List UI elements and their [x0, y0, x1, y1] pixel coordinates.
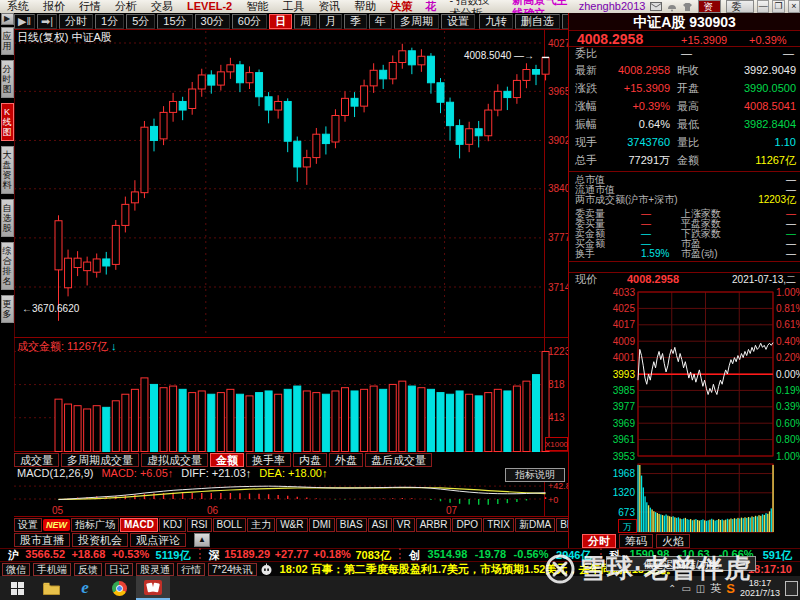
volume-tab-0[interactable]: 成交量: [14, 453, 59, 467]
indicator-tab-ASI[interactable]: ASI: [368, 518, 392, 532]
period-button-30分[interactable]: 30分: [195, 14, 230, 29]
macd-chart[interactable]: +42.84+0050607: [14, 479, 568, 517]
internet-explorer-button[interactable]: e: [68, 576, 102, 600]
indicator-tab-MACD[interactable]: MACD: [120, 518, 158, 532]
indicator-tab-settings[interactable]: 设置: [14, 518, 42, 532]
tool-button-1[interactable]: 删自选: [515, 14, 560, 29]
indicator-tab-BIAS[interactable]: BIAS: [336, 518, 367, 532]
mini-chart-tab-火焰[interactable]: 火焰: [656, 534, 690, 548]
bell-icon[interactable]: [667, 2, 677, 12]
tray-app-icon-2[interactable]: ◫: [696, 583, 705, 594]
sidebar-item-6[interactable]: 更多: [1, 295, 14, 323]
indicator-tab-KDJ[interactable]: KDJ: [159, 518, 186, 532]
tray-expand-icon[interactable]: ⌃: [668, 583, 676, 594]
indicator-help-button[interactable]: 指标说明: [505, 468, 565, 482]
notes-tray-icon[interactable]: [785, 581, 798, 596]
period-button-多周期[interactable]: 多周期: [394, 14, 439, 29]
volume-tab-6[interactable]: 外盘: [329, 453, 363, 467]
menu-item-8[interactable]: 资讯: [311, 0, 347, 13]
sidebar-item-4[interactable]: 自选股: [1, 199, 14, 237]
sidebar-item-5[interactable]: 综合排名: [1, 242, 14, 290]
indicator-tab-BOLL[interactable]: BOLL: [213, 518, 247, 532]
quick-button-6[interactable]: 7*24快讯: [208, 563, 257, 576]
quick-button-0[interactable]: 微信: [2, 563, 30, 576]
indicator-tab-BBI[interactable]: BBI: [556, 518, 568, 532]
period-button-60分[interactable]: 60分: [232, 14, 267, 29]
ths-app-button[interactable]: [136, 576, 170, 600]
period-button-1分[interactable]: 1分: [95, 14, 124, 29]
minimize-button[interactable]: —: [757, 0, 769, 13]
sidebar-item-1[interactable]: 分时图: [1, 60, 14, 98]
collapse-panel-icon[interactable]: ▲: [194, 533, 210, 547]
quick-button-4[interactable]: 股灵通: [136, 563, 174, 576]
quick-button-3[interactable]: 日记: [105, 563, 133, 576]
indicator-tab-主力[interactable]: 主力: [247, 518, 275, 532]
sidebar-item-3[interactable]: 大盘资料: [1, 146, 14, 194]
quick-button-1[interactable]: 手机端: [33, 563, 71, 576]
mini-chart-tab-筹码[interactable]: 筹码: [619, 534, 653, 548]
kline-chart[interactable]: 4027396539023840377737144008.5040 —→←367…: [14, 29, 568, 338]
tray-app-icon[interactable]: ▭: [681, 583, 690, 594]
menu-item-7[interactable]: 工具: [275, 0, 311, 13]
trade-entrust-button[interactable]: 委托 ▾: [726, 0, 754, 13]
content-tab-2[interactable]: 观点评论: [130, 533, 186, 547]
menu-item-10[interactable]: 决策: [383, 0, 419, 13]
indicator-tab-W&R[interactable]: W&R: [276, 518, 307, 532]
period-button-周[interactable]: 周: [294, 14, 317, 29]
menu-item-4[interactable]: 交易: [144, 0, 180, 13]
play-pause-icon[interactable]: ▶‖: [14, 14, 35, 29]
volume-tab-7[interactable]: 盘后成交量: [365, 453, 432, 467]
file-explorer-button[interactable]: [34, 576, 68, 600]
menu-item-9[interactable]: 帮助: [347, 0, 383, 13]
indicator-tab-DMI[interactable]: DMI: [309, 518, 335, 532]
menu-item-0[interactable]: 系统: [0, 0, 36, 13]
mini-chart-tab-分时[interactable]: 分时: [582, 534, 616, 548]
maximize-button[interactable]: ❐: [772, 0, 784, 13]
mail-icon[interactable]: [650, 2, 662, 11]
volume-tab-2[interactable]: 虚拟成交量: [141, 453, 208, 467]
content-tab-1[interactable]: 投资机会: [72, 533, 128, 547]
period-button-年[interactable]: 年: [369, 14, 392, 29]
username[interactable]: zhenghb2013: [569, 0, 646, 13]
volume-chart[interactable]: 1223818413X1000: [14, 338, 568, 452]
start-button[interactable]: [0, 576, 34, 600]
clothes-icon[interactable]: [682, 2, 693, 12]
menu-item-5[interactable]: LEVEL-2: [180, 0, 239, 13]
taskbar-clock[interactable]: 18:172021/7/13: [740, 578, 780, 598]
indicator-tab-指标广场[interactable]: 指标广场: [71, 518, 119, 532]
indicator-tab-RSI[interactable]: RSI: [187, 518, 212, 532]
period-button-15分[interactable]: 15分: [157, 14, 192, 29]
sidebar-expand-icon[interactable]: ▶: [1, 13, 14, 25]
sogou-ime-icon[interactable]: S: [726, 581, 735, 596]
menu-item-6[interactable]: 智能: [239, 0, 275, 13]
menu-item-2[interactable]: 行情: [72, 0, 108, 13]
language-indicator[interactable]: 英: [710, 581, 721, 596]
menu-item-3[interactable]: 分析: [108, 0, 144, 13]
tool-button-0[interactable]: 九转: [479, 14, 513, 29]
quick-button-5[interactable]: 行情: [177, 563, 205, 576]
quick-button-2[interactable]: 反馈: [74, 563, 102, 576]
volume-tab-5[interactable]: 内盘: [293, 453, 327, 467]
indicator-tab-VR[interactable]: VR: [393, 518, 415, 532]
indicator-tab-新DMA[interactable]: 新DMA: [515, 518, 555, 532]
indicator-tab-ARBR[interactable]: ARBR: [416, 518, 452, 532]
indicator-tab-DPO[interactable]: DPO: [452, 518, 482, 532]
content-tab-0[interactable]: 股市直播: [14, 533, 70, 547]
period-button-设置[interactable]: 设置: [441, 14, 475, 29]
menu-item-1[interactable]: 报价: [36, 0, 72, 13]
close-button[interactable]: ×: [788, 0, 800, 13]
chrome-button[interactable]: [102, 576, 136, 600]
period-button-日[interactable]: 日: [269, 14, 292, 29]
period-button-5分[interactable]: 5分: [126, 14, 155, 29]
step-forward-icon[interactable]: ➡|: [37, 14, 57, 29]
sidebar-item-2[interactable]: K线图: [1, 103, 14, 141]
period-button-月[interactable]: 月: [319, 14, 342, 29]
period-button-分时[interactable]: 分时: [59, 14, 93, 29]
indicator-tab-TRIX[interactable]: TRIX: [483, 518, 514, 532]
volume-tab-3[interactable]: 金额: [210, 453, 244, 467]
period-button-季[interactable]: 季: [344, 14, 367, 29]
news-button[interactable]: 资讯: [698, 0, 721, 13]
volume-tab-1[interactable]: 多周期成交量: [61, 453, 139, 467]
volume-tab-4[interactable]: 换手率: [246, 453, 291, 467]
sidebar-item-0[interactable]: 应用: [1, 27, 14, 55]
